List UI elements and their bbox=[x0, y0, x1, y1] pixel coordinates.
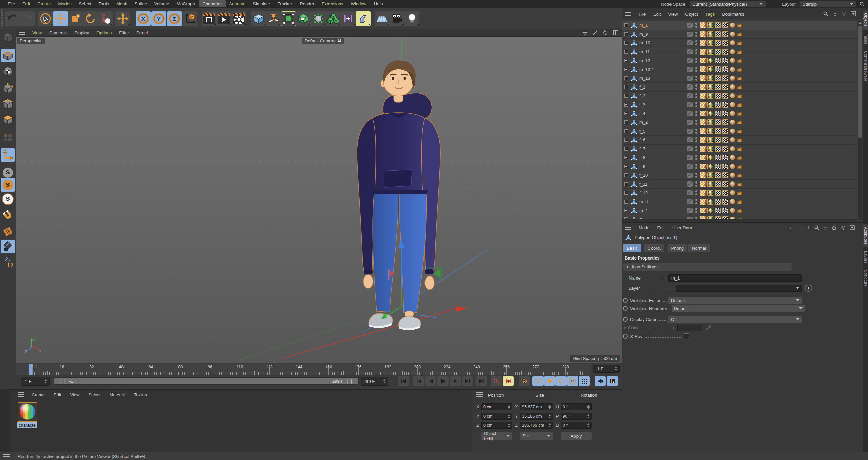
selection-tag-icon[interactable] bbox=[722, 75, 728, 81]
texture-tag-icon[interactable] bbox=[707, 190, 713, 196]
size-input[interactable]: 35.186 cm bbox=[520, 413, 553, 420]
selection-tag-icon[interactable] bbox=[722, 40, 728, 46]
view-name-label[interactable]: Perspective bbox=[17, 38, 45, 44]
visibility-dots[interactable] bbox=[695, 32, 697, 37]
weight-tag-icon[interactable] bbox=[700, 75, 706, 81]
object-manager-menu-item[interactable]: Bookmarks bbox=[718, 11, 748, 18]
uvw-tag-icon[interactable] bbox=[715, 164, 721, 169]
visibility-dots[interactable] bbox=[695, 164, 697, 169]
object-row[interactable]: f_11 bbox=[622, 180, 857, 189]
hamburger-icon[interactable] bbox=[18, 392, 24, 397]
skin-weights-tag-icon[interactable] bbox=[737, 111, 742, 116]
texture-tag-icon[interactable] bbox=[707, 58, 713, 63]
hamburger-icon[interactable] bbox=[3, 454, 10, 458]
side-tab[interactable]: Content Browser bbox=[863, 48, 868, 84]
uvw-tag-icon[interactable] bbox=[715, 146, 721, 152]
uvw-tag-icon[interactable] bbox=[715, 22, 721, 28]
enable-toggle[interactable] bbox=[687, 67, 693, 72]
viewport-menu-item[interactable]: Options bbox=[93, 29, 115, 36]
subdivision-surface-button[interactable] bbox=[281, 11, 296, 26]
menubar-item[interactable]: Mesh bbox=[113, 0, 131, 7]
menubar-item[interactable]: MoGraph bbox=[173, 0, 199, 7]
texture-tag-icon[interactable] bbox=[707, 172, 713, 178]
lock-x-axis-button[interactable]: X bbox=[136, 11, 151, 26]
rotation-input[interactable]: 0 ° bbox=[561, 403, 592, 410]
visibility-dots[interactable] bbox=[695, 76, 697, 81]
key-parameter-button[interactable]: P bbox=[567, 376, 578, 386]
lock-workplane-button[interactable] bbox=[1, 240, 15, 253]
point-mode-button[interactable] bbox=[1, 82, 15, 95]
weight-tag-icon[interactable] bbox=[700, 190, 706, 196]
side-tab[interactable]: Attributes bbox=[863, 224, 868, 247]
rotate-view-icon[interactable] bbox=[603, 30, 608, 35]
object-name[interactable]: m_1 bbox=[639, 23, 687, 28]
attribute-menu-item[interactable]: Mode bbox=[635, 224, 654, 231]
skin-weights-tag-icon[interactable] bbox=[737, 40, 742, 46]
skin-weights-tag-icon[interactable] bbox=[737, 119, 742, 125]
enable-toggle[interactable] bbox=[687, 208, 693, 213]
skin-weights-tag-icon[interactable] bbox=[737, 66, 742, 72]
uvw-tag-icon[interactable] bbox=[715, 119, 721, 125]
volume-builder-button[interactable] bbox=[326, 11, 341, 26]
keyframe-radio[interactable] bbox=[623, 306, 628, 311]
phong-tag-icon[interactable] bbox=[730, 84, 735, 90]
attribute-tab[interactable]: Basic bbox=[623, 244, 641, 252]
go-to-start-button[interactable] bbox=[398, 376, 409, 386]
selection-tag-icon[interactable] bbox=[722, 119, 728, 125]
sound-toggle-button[interactable] bbox=[595, 376, 606, 386]
psr-last-tool[interactable]: P S R bbox=[98, 11, 113, 26]
skin-weights-tag-icon[interactable] bbox=[737, 93, 742, 99]
phong-tag-icon[interactable] bbox=[730, 67, 735, 72]
menubar-item[interactable]: File bbox=[4, 0, 19, 7]
keyframe-radio[interactable] bbox=[623, 298, 628, 303]
selection-tag-icon[interactable] bbox=[722, 146, 728, 152]
uvw-tag-icon[interactable] bbox=[715, 172, 721, 178]
size-input[interactable]: 186.786 cm bbox=[520, 422, 553, 429]
position-input[interactable]: 0 cm bbox=[481, 422, 512, 429]
weight-tag-icon[interactable] bbox=[700, 31, 706, 37]
uvw-tag-icon[interactable] bbox=[715, 199, 721, 205]
uvw-tag-icon[interactable] bbox=[715, 58, 721, 63]
uvw-tag-icon[interactable] bbox=[715, 31, 721, 37]
object-row[interactable]: f_12 bbox=[622, 189, 857, 197]
weight-tag-icon[interactable] bbox=[700, 155, 706, 160]
expand-toggle-icon[interactable] bbox=[624, 147, 628, 151]
viewport-canvas[interactable]: Y Z X bbox=[16, 37, 622, 363]
material-menu-item[interactable]: Material bbox=[105, 391, 130, 398]
skin-weights-tag-icon[interactable] bbox=[737, 190, 742, 196]
material-menu-item[interactable]: Texture bbox=[130, 391, 153, 398]
enable-toggle[interactable] bbox=[687, 40, 693, 45]
enable-toggle[interactable] bbox=[687, 93, 693, 98]
skin-weights-tag-icon[interactable] bbox=[737, 128, 742, 134]
menubar-item[interactable]: Render bbox=[296, 0, 318, 7]
global-move-tool[interactable] bbox=[115, 11, 130, 26]
key-position-button[interactable] bbox=[532, 376, 544, 386]
skin-weights-tag-icon[interactable] bbox=[737, 172, 742, 178]
object-name[interactable]: f_3 bbox=[639, 102, 687, 107]
object-row[interactable]: m_4 bbox=[622, 206, 857, 215]
scale-tool[interactable] bbox=[68, 11, 83, 26]
hamburger-icon[interactable] bbox=[625, 226, 631, 230]
selection-tag-icon[interactable] bbox=[722, 190, 728, 196]
phong-tag-icon[interactable] bbox=[730, 173, 735, 178]
selection-tag-icon[interactable] bbox=[722, 93, 728, 99]
visibility-dots[interactable] bbox=[695, 146, 697, 151]
object-name[interactable]: m_10 bbox=[639, 40, 687, 45]
menubar-item[interactable]: Volume bbox=[151, 0, 173, 7]
frame-range-slider[interactable]: ❘❘-1 F 299 F❘❘ bbox=[54, 377, 359, 385]
lock-icon[interactable] bbox=[832, 225, 837, 230]
selection-tag-icon[interactable] bbox=[722, 155, 728, 160]
visibility-dots[interactable] bbox=[695, 102, 697, 107]
uvw-tag-icon[interactable] bbox=[715, 40, 721, 46]
snap-on-button[interactable]: S bbox=[1, 178, 15, 192]
uvw-tag-icon[interactable] bbox=[715, 93, 721, 99]
weight-tag-icon[interactable] bbox=[700, 111, 706, 116]
texture-tag-icon[interactable] bbox=[707, 111, 713, 116]
enable-toggle[interactable] bbox=[687, 199, 693, 204]
weight-tag-icon[interactable] bbox=[700, 102, 706, 108]
enable-toggle[interactable] bbox=[687, 137, 693, 142]
xray-checkbox[interactable] bbox=[684, 333, 689, 339]
object-name[interactable]: m_13.1 bbox=[639, 67, 687, 72]
skin-weights-tag-icon[interactable] bbox=[737, 49, 742, 55]
weight-tag-icon[interactable] bbox=[700, 22, 706, 28]
